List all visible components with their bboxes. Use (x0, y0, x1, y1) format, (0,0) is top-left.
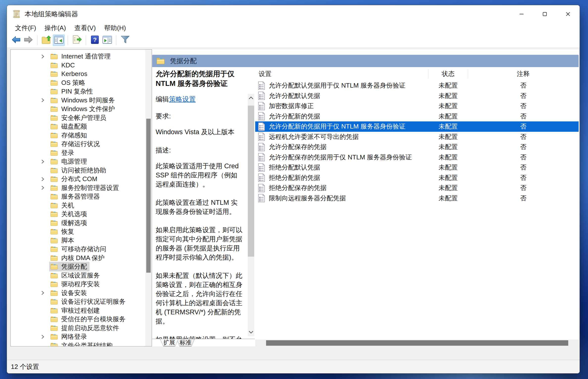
title-bar[interactable]: 本地组策略编辑器 (7, 5, 580, 23)
minimize-button[interactable] (510, 5, 533, 23)
settings-row[interactable]: 远程机允许委派不可导出的凭据未配置否 (255, 132, 579, 142)
tree-scrollbar-thumb[interactable] (146, 119, 151, 273)
tree-item[interactable]: Windows 时间服务 (11, 96, 145, 105)
toolbar-help-button[interactable]: ? (89, 35, 101, 46)
tree-item-label: 服务器管理器 (61, 192, 100, 201)
tree-item[interactable]: Windows 文件保护 (11, 105, 145, 114)
chevron-right-icon[interactable] (40, 289, 49, 296)
tree-item-inner: 恢复 (49, 227, 77, 236)
toolbar-filter-button[interactable] (119, 35, 131, 46)
tree-item[interactable]: 提前启动反恶意软件 (11, 324, 145, 333)
tab-标准[interactable]: 标准 (176, 339, 195, 346)
tree-item[interactable]: OS 策略 (11, 78, 145, 87)
toolbar-action-pane-button[interactable] (101, 35, 113, 46)
tree-item[interactable]: 受信任的平台模块服务 (11, 315, 145, 324)
scroll-up-icon[interactable] (248, 94, 254, 102)
tree-item[interactable]: 驱动程序安装 (11, 280, 145, 289)
tree-item-inner: 受信任的平台模块服务 (49, 314, 128, 324)
close-button[interactable] (556, 5, 580, 23)
tree-item[interactable]: 分布式 COM (11, 175, 145, 184)
setting-cell: 允许分配默认凭据 (255, 91, 428, 100)
column-divider[interactable] (428, 69, 429, 78)
column-header-comment[interactable]: 注释 (468, 70, 579, 78)
tree-item[interactable]: 区域设置服务 (11, 271, 145, 280)
toolbar-export-list-button[interactable] (71, 35, 83, 46)
settings-row[interactable]: 允许分配默认凭据未配置否 (255, 91, 579, 101)
tree-item[interactable]: 存储运行状况 (11, 140, 145, 149)
toolbar-console-tree-button[interactable] (53, 35, 65, 46)
settings-row[interactable]: 拒绝分配默认凭据未配置否 (255, 162, 579, 173)
chevron-right-icon[interactable] (40, 176, 49, 183)
tree-item[interactable]: Internet 通信管理 (11, 52, 145, 61)
settings-row[interactable]: 加密数据库修正未配置否 (255, 101, 579, 111)
policy-setting-link[interactable]: 策略设置 (169, 95, 196, 103)
chevron-right-icon (40, 254, 49, 261)
tree-item[interactable]: 缓解选项 (11, 219, 145, 227)
tree-item[interactable]: Kerberos (11, 70, 145, 78)
tree-scrollbar[interactable] (145, 50, 152, 346)
settings-row[interactable]: 拒绝分配保存的凭据未配置否 (255, 183, 579, 193)
tree-item[interactable]: KDC (11, 61, 145, 70)
chevron-right-icon[interactable] (40, 53, 49, 60)
tree-item[interactable]: 存储感知 (11, 131, 145, 140)
maximize-button[interactable] (533, 5, 556, 23)
tree-item[interactable]: 关机选项 (11, 210, 145, 219)
column-header-setting[interactable]: 设置 (255, 70, 428, 78)
tree-item[interactable]: 服务控制管理器设置 (11, 184, 145, 192)
settings-row[interactable]: 允许分配默认凭据用于仅 NTLM 服务器身份验证未配置否 (255, 80, 579, 91)
setting-label: 拒绝分配默认凭据 (269, 163, 320, 172)
list-horizontal-scrollbar[interactable] (255, 340, 579, 346)
chevron-right-icon[interactable] (40, 97, 49, 104)
tree-item[interactable]: 脚本 (11, 236, 145, 245)
settings-row[interactable]: 拒绝分配新的凭据未配置否 (255, 173, 579, 183)
folder-icon (50, 263, 58, 270)
toolbar-forward-button[interactable] (22, 35, 34, 46)
tree-item[interactable]: 内核 DMA 保护 (11, 254, 145, 263)
column-header-state[interactable]: 状态 (428, 70, 468, 78)
settings-row[interactable]: 允许分配新的凭据用于仅 NTLM 服务器身份验证未配置否 (255, 121, 579, 132)
chevron-right-icon (40, 123, 49, 130)
policy-description: 此策略设置适用于使用 Cred SSP 组件的应用程序（例如远程桌面连接）。此策… (156, 162, 244, 339)
chevron-right-icon (40, 219, 49, 226)
tree-item-inner: 安全帐户管理员 (49, 113, 109, 123)
tree-item[interactable]: 关机 (11, 201, 145, 210)
settings-row[interactable]: 限制向远程服务器分配凭据未配置否 (255, 193, 579, 204)
chevron-right-icon[interactable] (40, 333, 49, 340)
tree-item[interactable]: 凭据分配 (11, 262, 145, 271)
policy-doc-icon (258, 163, 265, 172)
tree-item[interactable]: 安全帐户管理员 (11, 114, 145, 122)
tree-item[interactable]: 访问被拒绝协助 (11, 166, 145, 175)
menu-item-2[interactable]: 查看(V) (70, 23, 100, 33)
scroll-down-icon[interactable] (248, 328, 254, 336)
tree-item[interactable]: 设备运行状况证明服务 (11, 297, 145, 306)
chevron-right-icon[interactable] (40, 184, 49, 191)
toolbar-up-folder-button[interactable] (41, 35, 52, 46)
tree-item[interactable]: 文件分类基础结构 (11, 341, 145, 347)
tree-item-label: 设备安装 (61, 289, 87, 297)
tree-item-inner: 文件分类基础结构 (49, 341, 115, 346)
menu-item-3[interactable]: 帮助(H) (100, 23, 130, 33)
description-scrollbar[interactable] (248, 94, 254, 336)
list-horizontal-scrollbar-thumb[interactable] (266, 340, 568, 346)
tree-item[interactable]: 磁盘配额 (11, 122, 145, 131)
tree-item[interactable]: 电源管理 (11, 157, 145, 166)
tree-item[interactable]: PIN 复杂性 (11, 87, 145, 96)
description-scrollbar-thumb[interactable] (248, 106, 254, 257)
tree-item[interactable]: 可移动存储访问 (11, 245, 145, 254)
menu-item-0[interactable]: 文件(F) (11, 23, 40, 33)
menu-item-1[interactable]: 操作(A) (40, 23, 70, 33)
tab-扩展[interactable]: 扩展 (160, 339, 178, 346)
tree-item[interactable]: 网络登录 (11, 332, 145, 341)
tree-item[interactable]: 审核过程创建 (11, 306, 145, 315)
settings-row[interactable]: 允许分配新的凭据未配置否 (255, 111, 579, 122)
tree-item[interactable]: 恢复 (11, 227, 145, 236)
tree-item[interactable]: 服务器管理器 (11, 192, 145, 201)
folder-icon (50, 79, 58, 86)
tree-item[interactable]: 登录 (11, 149, 145, 157)
settings-row[interactable]: 允许分配保存的凭据未配置否 (255, 142, 579, 152)
toolbar-back-button[interactable] (10, 35, 22, 46)
tree-item[interactable]: 设备安装 (11, 289, 145, 298)
chevron-right-icon[interactable] (40, 158, 49, 165)
column-divider[interactable] (468, 69, 468, 78)
settings-row[interactable]: 允许分配保存的凭据用于仅 NTLM 服务器身份验证未配置否 (255, 152, 579, 163)
